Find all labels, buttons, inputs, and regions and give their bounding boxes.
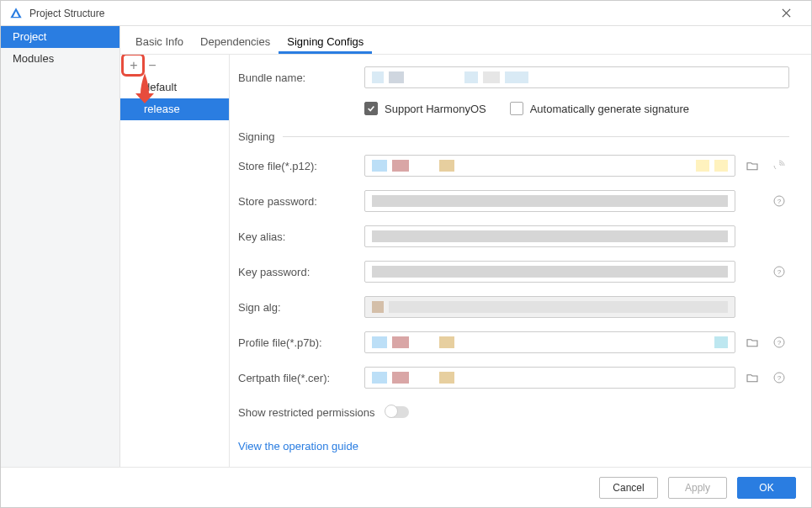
- config-toolbar: + −: [120, 55, 229, 77]
- close-button[interactable]: [769, 2, 803, 25]
- profile-file-label: Profile file(*.p7b):: [238, 336, 364, 349]
- signing-section-header: Signing: [238, 130, 789, 143]
- show-restricted-toggle[interactable]: [385, 406, 409, 418]
- project-structure-dialog: Project Structure Project Modules Basic …: [0, 0, 812, 508]
- main-panel: Basic Info Dependencies Signing Configs …: [120, 26, 811, 467]
- config-item-default[interactable]: default: [120, 77, 229, 98]
- ok-button[interactable]: OK: [737, 477, 796, 499]
- key-password-help-button[interactable]: ?: [769, 262, 789, 282]
- profile-file-help-button[interactable]: ?: [769, 332, 789, 352]
- bundle-name-label: Bundle name:: [238, 71, 364, 84]
- operation-guide-link[interactable]: View the operation guide: [238, 440, 358, 452]
- content-area: Project Modules Basic Info Dependencies …: [1, 26, 811, 467]
- tab-basic-info[interactable]: Basic Info: [127, 29, 192, 54]
- remove-config-button[interactable]: −: [146, 59, 159, 72]
- cancel-button[interactable]: Cancel: [599, 477, 658, 499]
- apply-button[interactable]: Apply: [668, 477, 727, 499]
- sign-alg-input[interactable]: [364, 296, 735, 318]
- certpath-file-label: Certpath file(*.cer):: [238, 372, 364, 384]
- fingerprint-icon[interactable]: [769, 156, 789, 176]
- left-nav: Project Modules: [1, 26, 120, 467]
- store-password-input[interactable]: [364, 190, 735, 212]
- store-file-browse-button[interactable]: [742, 156, 762, 176]
- tabs: Basic Info Dependencies Signing Configs: [120, 26, 811, 55]
- show-restricted-label: Show restricted permissions: [238, 406, 375, 419]
- add-config-button[interactable]: +: [127, 59, 141, 72]
- svg-text:?: ?: [778, 198, 782, 205]
- key-password-label: Key password:: [238, 266, 364, 278]
- auto-generate-signature-checkbox[interactable]: Automatically generate signature: [510, 102, 689, 115]
- profile-file-input[interactable]: [364, 331, 735, 353]
- store-file-input[interactable]: [364, 155, 735, 177]
- bundle-name-input[interactable]: [364, 66, 789, 88]
- support-harmonyos-label: Support HarmonyOS: [385, 103, 486, 115]
- signing-section-label: Signing: [238, 130, 274, 143]
- certpath-file-browse-button[interactable]: [742, 368, 762, 388]
- store-password-label: Store password:: [238, 195, 364, 208]
- svg-text:?: ?: [778, 374, 782, 382]
- store-password-help-button[interactable]: ?: [769, 191, 789, 211]
- nav-item-project[interactable]: Project: [1, 26, 119, 48]
- auto-generate-signature-label: Automatically generate signature: [530, 103, 689, 115]
- config-list: + − default release: [120, 55, 230, 467]
- profile-file-browse-button[interactable]: [742, 332, 762, 352]
- checkbox-unchecked-icon: [510, 102, 523, 115]
- sign-alg-label: Sign alg:: [238, 301, 364, 314]
- checkbox-checked-icon: [364, 102, 378, 115]
- config-item-release[interactable]: release: [120, 98, 229, 120]
- store-file-label: Store file(*.p12):: [238, 160, 364, 172]
- nav-item-modules[interactable]: Modules: [1, 48, 119, 70]
- key-alias-label: Key alias:: [238, 230, 364, 243]
- window-title: Project Structure: [29, 8, 769, 19]
- signing-panel: + − default release Bundle name:: [120, 55, 811, 467]
- tab-signing-configs[interactable]: Signing Configs: [279, 29, 372, 54]
- key-password-input[interactable]: [364, 261, 735, 283]
- svg-text:?: ?: [778, 339, 782, 347]
- titlebar: Project Structure: [1, 1, 811, 26]
- dialog-footer: Cancel Apply OK: [1, 467, 811, 507]
- certpath-file-input[interactable]: [364, 367, 735, 389]
- signing-form: Bundle name:: [230, 55, 811, 467]
- support-harmonyos-checkbox[interactable]: Support HarmonyOS: [364, 102, 486, 115]
- certpath-file-help-button[interactable]: ?: [769, 368, 789, 388]
- tab-dependencies[interactable]: Dependencies: [192, 29, 279, 54]
- app-logo-icon: [9, 7, 23, 20]
- key-alias-input[interactable]: [364, 225, 735, 247]
- svg-text:?: ?: [778, 268, 782, 276]
